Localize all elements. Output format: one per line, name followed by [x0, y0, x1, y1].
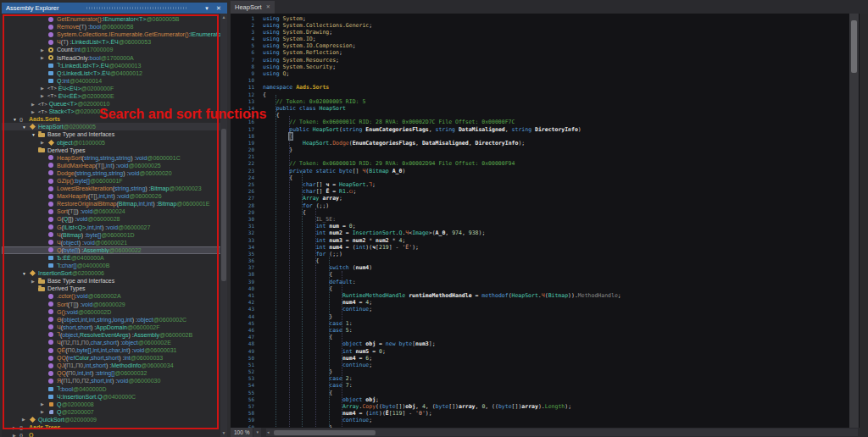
tree-row[interactable]: Ԍ(IList<Q>, int, int) : void @06000027 [2, 224, 227, 231]
collapsed-icon[interactable]: ▶ [40, 86, 47, 91]
collapsed-icon[interactable]: ▶ [40, 401, 47, 407]
tree-row[interactable]: Ꞁ : bool @0400000D [2, 385, 227, 393]
tree-row[interactable]: GetEnumerator() : IEnumerator<T> @060000… [2, 15, 227, 23]
tree-row[interactable]: ▼HeapSort @02000005 [2, 123, 227, 130]
collapsed-icon[interactable]: ▶ [40, 55, 47, 60]
tree-row[interactable]: Ѣ : ЁЁ @0400000A [2, 254, 227, 262]
tree-row[interactable]: .cctor() : void @0600002A [2, 292, 227, 300]
tree-scrollbar-thumb[interactable] [221, 129, 226, 281]
collapsed-icon[interactable]: ▶ [40, 47, 47, 53]
tree-row[interactable]: QQ(Π0, int, int) : string[] @06000032 [2, 369, 227, 377]
tree-row[interactable]: Ԍ() : void @0600002D [2, 308, 227, 316]
tree-row[interactable]: ▶<T>Queue<T> @02000010 [2, 100, 227, 108]
tree-row-text: bool [62, 386, 73, 392]
tree-row[interactable]: ▶QuickSort @02000009 [2, 416, 227, 423]
panel-menu-icon[interactable]: ▾ [202, 3, 212, 14]
tree-row[interactable]: ▶Q @02000007 [2, 408, 227, 416]
editor-vscroll-thumb[interactable] [851, 20, 857, 73]
collapsed-icon[interactable]: ▶ [31, 279, 38, 284]
tree-row[interactable]: Derived Types [2, 147, 227, 154]
tab-heapsort[interactable]: HeapSort ✕ [231, 1, 275, 14]
tree-row[interactable]: ▶Count : int @17000009 [2, 46, 227, 53]
code-token: num4 [356, 264, 370, 271]
tree-row[interactable]: Ч : InsertionSort.Q @0400000C [2, 393, 227, 401]
tree-row[interactable]: ▶<T>ЁЧ<ЁЧ> @0200000F [2, 85, 227, 92]
collapsed-icon[interactable]: ▶ [12, 425, 19, 430]
editor-hscroll-thumb[interactable] [274, 430, 376, 435]
code-line: 12{ [231, 91, 860, 98]
tree-row[interactable]: Ч(object) : void @06000021 [2, 239, 227, 246]
tree-row[interactable]: ▶Q @02000008 [2, 401, 227, 408]
tree-row[interactable]: MaxHeapify(T[], int, int) : void @060000… [2, 192, 227, 200]
tree-row[interactable]: HeapSort(string, string, string) : void … [2, 154, 227, 162]
tree-row[interactable]: Ч(Bitmap) : byte[] @0600001D [2, 231, 227, 239]
tree-row[interactable]: Remove(T) : bool @06000058 [2, 23, 227, 30]
tree-row[interactable]: GZip() : byte[] @0600001F [2, 177, 227, 185]
assembly-tree[interactable]: GetEnumerator() : IEnumerator<T> @060000… [2, 14, 227, 437]
collapsed-icon[interactable]: ▶ [21, 417, 29, 422]
tree-row[interactable]: Q : int @04000014 [2, 77, 227, 85]
tree-row[interactable]: Ч(Π2, Π1, Π0, char, short) : object @060… [2, 339, 227, 346]
collapsed-icon[interactable]: ▶ [31, 109, 38, 114]
tab-close-icon[interactable]: ✕ [266, 1, 270, 14]
tree-row[interactable]: System.Collections.IEnumerable.GetEnumer… [2, 30, 227, 38]
tree-row[interactable]: Q(byte[]) : Assembly @06000022 [2, 246, 227, 254]
expanded-icon[interactable]: ▼ [12, 117, 19, 122]
code-token: = [329, 188, 339, 195]
tree-row[interactable]: Я(Π1, Π0, Π2, short, int) : void @060000… [2, 377, 227, 384]
tree-row[interactable]: ▶{}Aads.Trees [2, 423, 227, 431]
scroll-up-icon[interactable]: ▲ [220, 14, 227, 21]
zoom-dropdown-icon[interactable]: ▾ [253, 428, 261, 437]
collapsed-icon[interactable]: ▶ [40, 93, 47, 98]
tree-row[interactable]: ▼{}Aads.Sorts [2, 115, 227, 123]
panel-close-icon[interactable]: ✕ [214, 3, 224, 14]
expanded-icon[interactable]: ▼ [21, 124, 29, 130]
collapsed-icon[interactable]: ▶ [40, 409, 47, 414]
tree-row[interactable]: QQ(ref Color, short, short) : int @06000… [2, 354, 227, 362]
collapsed-icon[interactable]: ▶ [12, 433, 19, 437]
editor-horizontal-scrollbar[interactable]: ◂ [266, 429, 858, 436]
expanded-icon[interactable]: ▼ [31, 132, 38, 137]
tree-row[interactable]: ▶<T>Stack<T> @02000011 [2, 108, 227, 115]
tree-scrollbar[interactable]: ▲ ▼ [220, 14, 227, 437]
tree-row[interactable]: QJ(Π1, Π0, int, short) : MethodInfo @060… [2, 362, 227, 369]
tree-row[interactable]: Derived Types [2, 285, 227, 292]
tree-row[interactable]: RestoreOriginalBitmap(Bitmap, int, int) … [2, 200, 227, 207]
expanded-icon[interactable]: ▼ [21, 271, 29, 276]
assembly-explorer-titlebar[interactable]: Assembly Explorer ▾ ✕ [2, 3, 227, 14]
tree-row[interactable]: Dodge(string, string, string) : void @06… [2, 169, 227, 177]
code-token [263, 279, 329, 285]
tree-row[interactable]: ▶<T>ЁЧ<ЁЁ> @0200000E [2, 92, 227, 100]
tree-row[interactable]: Ԍ(Q[]) : void @06000028 [2, 215, 227, 223]
editor-vertical-scrollbar[interactable] [849, 14, 859, 428]
collapsed-icon[interactable]: ▶ [31, 102, 38, 107]
tree-row[interactable]: Ꞁ(object, ResolveEventArgs) : Assembly @… [2, 331, 227, 339]
tree-row[interactable]: ▶{}Q [2, 431, 227, 437]
tree-row[interactable]: ▶object @01000005 [2, 139, 227, 147]
tree-row-text: QJ [57, 362, 64, 368]
field-icon [47, 393, 55, 401]
tree-row[interactable]: LowestBreakIteration(string, string) : B… [2, 185, 227, 192]
tree-row[interactable]: Sort(T[]) : void @06000029 [2, 300, 227, 307]
zoom-level[interactable]: 100 % [231, 428, 253, 437]
tree-row[interactable]: Ꞁ : char[] @0400000B [2, 262, 227, 269]
tree-row[interactable]: Ч(short, short) : AppDomain @0600002F [2, 324, 227, 331]
scroll-down-icon[interactable]: ▼ [220, 429, 227, 437]
tree-row[interactable]: ▶Base Type and Interfaces [2, 277, 227, 285]
tree-row[interactable]: Ꞁ : LinkedList<T>.ЁЧ @04000013 [2, 62, 227, 69]
collapsed-icon[interactable]: ▶ [40, 140, 47, 145]
code-editor[interactable]: 1using System;2using System.Collections.… [231, 14, 860, 428]
class-icon [29, 123, 36, 130]
tree-row-text: GZip() [57, 178, 74, 184]
tree-row[interactable]: BuildMaxHeap(T[], int) : void @06000025 [2, 162, 227, 169]
tree-row[interactable]: Ѳ(object, int, int, string, long, int) :… [2, 316, 227, 324]
tree-row[interactable]: Ч(T) : LinkedList<T>.ЁЧ @06000053 [2, 38, 227, 46]
tree-row[interactable]: Sort(T[]) : void @06000024 [2, 207, 227, 215]
code-line: 50 num4 = 6; [231, 355, 860, 362]
tree-row[interactable]: QЁ(Π0, byte[], int, int, char, int) : vo… [2, 346, 227, 354]
tree-row[interactable]: ▼Base Type and Interfaces [2, 130, 227, 138]
code-token: ( [349, 264, 356, 271]
tree-row[interactable]: Q : LinkedList<T>.ЁЧ @04000012 [2, 69, 227, 77]
tree-row[interactable]: ▼InsertionSort @02000006 [2, 269, 227, 277]
tree-row[interactable]: ▶IsReadOnly : bool @1700000A [2, 53, 227, 61]
